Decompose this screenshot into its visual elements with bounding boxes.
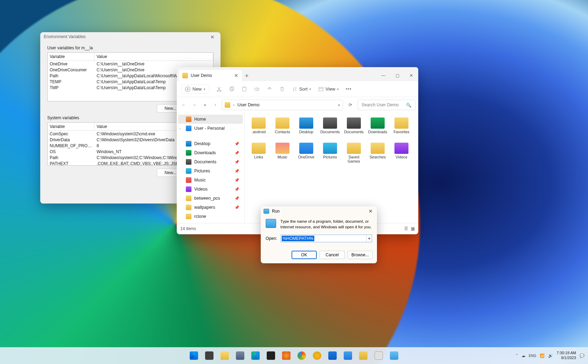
browse-button[interactable]: Browse... xyxy=(348,251,373,259)
taskbar-app-run[interactable] xyxy=(387,349,401,363)
maximize-button[interactable]: ▢ xyxy=(390,70,404,81)
more-button[interactable]: ••• xyxy=(346,86,352,92)
recent-button[interactable]: ▾ xyxy=(201,101,209,109)
taskview-button[interactable] xyxy=(202,349,216,363)
file-item[interactable]: Music xyxy=(271,143,294,167)
tray-chevron-icon[interactable]: ˄ xyxy=(516,354,518,358)
chevron-right-icon[interactable]: › xyxy=(180,127,181,130)
sidebar-item-pictures[interactable]: Pictures📌 xyxy=(178,166,243,176)
file-item[interactable]: Contacts xyxy=(271,117,294,142)
file-item[interactable]: OneDrive xyxy=(294,143,318,167)
home-icon xyxy=(186,116,191,122)
taskbar-app-canary[interactable] xyxy=(310,349,324,363)
sidebar-item-home[interactable]: Home xyxy=(178,115,243,124)
taskbar-app-explorer[interactable] xyxy=(218,349,232,363)
taskbar-app-wt[interactable] xyxy=(264,349,278,363)
sidebar-item-music[interactable]: Music📌 xyxy=(178,176,243,185)
search-input[interactable]: Search User Demo 🔍 xyxy=(358,100,415,110)
file-item[interactable]: .android xyxy=(247,117,271,142)
language-indicator[interactable]: ENG xyxy=(529,354,537,358)
chevron-down-icon[interactable]: ▾ xyxy=(338,103,340,107)
run-titlebar[interactable]: Run ✕ xyxy=(261,206,377,216)
file-item[interactable]: Saved Games xyxy=(342,143,366,167)
folder-icon xyxy=(252,143,266,154)
explorer-tab[interactable]: User Demo ✕ xyxy=(179,70,242,81)
file-item[interactable]: Favorites xyxy=(390,117,413,142)
pin-icon: 📌 xyxy=(234,142,239,146)
view-button[interactable]: View▾ xyxy=(318,86,339,92)
sidebar-item-wallpapers[interactable]: wallpapers📌 xyxy=(178,203,243,212)
onedrive-icon xyxy=(186,126,191,131)
taskbar-app-outlook[interactable] xyxy=(326,349,340,363)
file-item[interactable]: Desktop xyxy=(294,117,318,142)
onedrive-tray-icon[interactable]: ☁ xyxy=(522,354,525,358)
folder-icon xyxy=(323,143,337,154)
up-button[interactable]: ↑ xyxy=(211,101,219,109)
close-button[interactable]: ✕ xyxy=(404,70,418,81)
back-button[interactable]: ← xyxy=(180,101,188,109)
open-value: %HOMEPATH% xyxy=(282,236,315,241)
ok-button[interactable]: OK xyxy=(292,251,317,259)
details-view-icon[interactable]: ☰ xyxy=(404,226,408,231)
svg-rect-5 xyxy=(243,87,246,91)
close-icon[interactable]: ✕ xyxy=(208,34,217,40)
breadcrumb[interactable]: User Demo xyxy=(237,102,259,107)
file-item[interactable]: Searches xyxy=(366,143,390,167)
forward-button[interactable]: → xyxy=(190,101,198,109)
new-tab-button[interactable]: + xyxy=(242,72,252,81)
sidebar-item-documents[interactable]: Documents📌 xyxy=(178,157,243,166)
file-item[interactable]: Downloads xyxy=(366,117,390,142)
share-icon[interactable] xyxy=(267,86,272,92)
notifications-icon[interactable]: 💬 xyxy=(580,354,584,358)
taskbar-app-edge[interactable] xyxy=(248,349,262,363)
minimize-button[interactable]: — xyxy=(376,70,390,81)
rename-icon[interactable] xyxy=(254,86,260,92)
folder-icon xyxy=(252,117,266,129)
volume-icon[interactable]: 🔊 xyxy=(548,354,553,358)
pin-icon: 📌 xyxy=(234,160,239,164)
close-tab-icon[interactable]: ✕ xyxy=(234,73,238,78)
folder-icon xyxy=(186,214,191,219)
file-item[interactable]: Documents xyxy=(318,117,342,142)
col-variable[interactable]: Variable xyxy=(48,123,94,130)
table-row[interactable]: OneDriveC:\Users\m__la\OneDrive xyxy=(48,61,213,67)
icons-view-icon[interactable]: ▦ xyxy=(411,226,415,231)
sort-button[interactable]: Sort▾ xyxy=(292,86,311,92)
system-tray[interactable]: ˄ ☁ ENG 📶 🔊 xyxy=(516,354,553,358)
sidebar-item-between[interactable]: between_pcs📌 xyxy=(178,194,243,203)
taskbar-app-notes[interactable] xyxy=(356,349,370,363)
search-icon: 🔍 xyxy=(406,102,412,108)
taskbar-app-settings[interactable] xyxy=(233,349,247,363)
file-item[interactable]: Documents xyxy=(342,117,366,142)
start-button[interactable] xyxy=(187,349,201,363)
sidebar-item-rclone[interactable]: rclone xyxy=(178,212,243,221)
sidebar-item-downloads[interactable]: Downloads📌 xyxy=(178,148,243,157)
new-button[interactable]: New ▾ xyxy=(181,85,209,94)
clock[interactable]: 7:30:18 AM 8/1/2023 xyxy=(556,351,576,361)
sidebar-item-videos[interactable]: Videos📌 xyxy=(178,185,243,194)
refresh-button[interactable]: ⟳ xyxy=(345,100,356,110)
col-value[interactable]: Value xyxy=(94,53,213,60)
wifi-icon[interactable]: 📶 xyxy=(540,354,545,358)
chevron-down-icon[interactable]: ▾ xyxy=(366,235,372,242)
env-titlebar[interactable]: Environment Variables ✕ xyxy=(40,32,220,42)
col-variable[interactable]: Variable xyxy=(48,53,94,60)
taskbar-app-prop[interactable] xyxy=(372,349,386,363)
open-input[interactable]: %HOMEPATH% ▾ xyxy=(281,235,372,242)
file-item[interactable]: Videos xyxy=(390,143,413,167)
delete-icon[interactable] xyxy=(279,86,285,92)
address-bar[interactable]: › User Demo ▾ xyxy=(222,100,343,110)
file-item[interactable]: Links xyxy=(247,143,271,167)
sidebar-item-personal[interactable]: › User - Personal xyxy=(178,124,243,133)
copy-icon[interactable] xyxy=(229,86,234,92)
close-icon[interactable]: ✕ xyxy=(367,208,374,214)
file-item[interactable]: Pictures xyxy=(318,143,342,167)
paste-icon[interactable] xyxy=(241,86,247,92)
cut-icon[interactable] xyxy=(216,86,222,92)
taskbar-app-firefox[interactable] xyxy=(279,349,293,363)
taskbar-app-todo[interactable] xyxy=(341,349,355,363)
run-icon xyxy=(266,219,276,228)
taskbar-app-chrome[interactable] xyxy=(295,349,309,363)
cancel-button[interactable]: Cancel xyxy=(320,251,345,259)
sidebar-item-desktop[interactable]: Desktop📌 xyxy=(178,139,243,148)
